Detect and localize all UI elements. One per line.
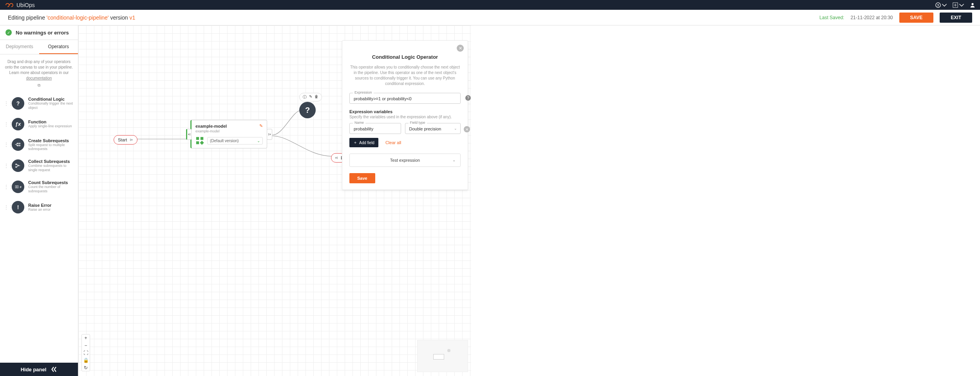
status-text: No warnings or errors <box>16 30 69 36</box>
expression-label: Expression <box>353 90 374 94</box>
operator-text: Create Subrequests Split request to mult… <box>28 138 74 152</box>
chevron-down-icon: ⌄ <box>257 139 260 143</box>
conditional-node[interactable]: ? <box>299 102 316 118</box>
drag-handle-icon[interactable]: ⋮⋮ <box>4 204 8 210</box>
drag-handle-icon[interactable]: ⋮⋮ <box>4 142 8 147</box>
plus-icon: ＋ <box>353 140 357 145</box>
svg-rect-10 <box>200 141 204 145</box>
help-menu[interactable]: ? <box>935 2 947 8</box>
plus-icon <box>953 2 958 8</box>
operator-conditional-logic[interactable]: ⋮⋮ ? Conditional Logic Conditionally tri… <box>3 94 75 112</box>
drag-handle-icon[interactable]: ⋮⋮ <box>4 163 8 168</box>
var-type-value: Double precision <box>409 127 456 131</box>
edit-icon[interactable]: ✎ <box>259 123 263 128</box>
version-select-value: (Default version) <box>210 139 239 143</box>
operator-title: Raise Error <box>28 203 74 208</box>
drag-handle-icon[interactable]: ⋮⋮ <box>4 101 8 106</box>
sidebar-tabs: Deployments Operators <box>0 40 78 54</box>
output-port[interactable] <box>267 129 272 140</box>
model-node[interactable]: example-model ✎ example-model (Default v… <box>190 120 267 148</box>
sidebar: ✓ No warnings or errors Deployments Oper… <box>0 25 78 376</box>
tab-deployments[interactable]: Deployments <box>0 40 39 54</box>
var-name-value: probability <box>354 127 397 131</box>
start-node[interactable]: Start <box>114 135 137 145</box>
last-saved-label: Last Saved: <box>819 15 844 20</box>
add-field-button[interactable]: ＋ Add field <box>349 138 378 147</box>
delete-icon[interactable]: 🗑 <box>315 94 318 100</box>
add-field-label: Add field <box>359 141 374 145</box>
svg-rect-5 <box>17 186 18 188</box>
fit-view-button[interactable]: ⛶ <box>82 349 90 356</box>
operator-function[interactable]: ⋮⋮ ƒx Function Apply single-line express… <box>3 116 75 133</box>
help-icon[interactable]: ? <box>465 95 471 101</box>
minimap[interactable] <box>417 340 468 372</box>
canvas[interactable]: Start example-model ✎ example-model (Def… <box>78 25 471 376</box>
top-nav: UbiOps ? <box>0 0 980 10</box>
split-icon <box>12 138 24 151</box>
save-button[interactable]: SAVE <box>899 13 934 23</box>
operator-collect-subrequests[interactable]: ⋮⋮ Collect Subrequests Combine subreques… <box>3 157 75 175</box>
minimap-node <box>447 349 450 352</box>
operator-desc: Apply single-line expression <box>28 124 74 128</box>
chevron-down-icon <box>942 2 947 8</box>
version-select[interactable]: (Default version) ⌄ <box>207 137 263 145</box>
var-type-field[interactable]: Field type Double precision ⌄ <box>405 123 461 134</box>
user-menu[interactable] <box>970 2 975 8</box>
chevron-down-icon <box>959 2 964 8</box>
external-link-icon: ⧉ <box>4 83 74 88</box>
fx-icon: ƒx <box>12 118 24 130</box>
user-icon <box>970 2 975 8</box>
zoom-in-button[interactable]: + <box>82 334 90 341</box>
chevron-down-icon: ⌄ <box>454 127 457 130</box>
test-expression-label: Test expression <box>390 158 420 163</box>
close-icon[interactable]: ✕ <box>457 45 464 52</box>
operator-desc: Conditionally trigger the next object <box>28 101 74 110</box>
drag-handle-icon[interactable]: ⋮⋮ <box>4 184 8 190</box>
lock-button[interactable]: 🔒 <box>82 357 90 363</box>
operator-title: Count Subrequests <box>28 180 74 185</box>
input-port-icon <box>335 156 338 160</box>
operator-title: Function <box>28 119 74 124</box>
operator-desc: Raise an error <box>28 208 74 212</box>
pipeline-title: Editing pipeline 'conditional-logic-pipe… <box>8 14 135 21</box>
zoom-out-button[interactable]: − <box>82 342 90 349</box>
panel-title: Conditional Logic Operator <box>349 54 461 60</box>
reset-button[interactable]: ↻ <box>82 364 90 371</box>
operator-desc: Split request to multiple subrequests <box>28 143 74 152</box>
variable-row: Name probability Field type Double preci… <box>349 123 461 134</box>
add-menu[interactable] <box>953 2 964 8</box>
operator-raise-error[interactable]: ⋮⋮ ! Raise Error Raise an error <box>3 199 75 216</box>
drag-handle-icon[interactable]: ⋮⋮ <box>4 121 8 127</box>
remove-variable-icon[interactable]: ✕ <box>464 126 470 132</box>
input-port[interactable] <box>186 129 192 140</box>
collect-icon <box>12 159 24 172</box>
chevron-down-icon: ⌄ <box>452 158 456 162</box>
svg-rect-4 <box>15 186 16 188</box>
info-icon[interactable]: ⓘ <box>303 94 307 100</box>
documentation-link[interactable]: documentation <box>26 76 52 80</box>
edit-icon[interactable]: ✎ <box>309 94 312 100</box>
header-bar: Editing pipeline 'conditional-logic-pipe… <box>0 10 980 25</box>
var-name-field[interactable]: Name probability <box>349 123 401 134</box>
test-expression-button[interactable]: Test expression ⌄ <box>349 154 461 167</box>
operator-desc: Combine subrequests to single request <box>28 164 74 172</box>
operator-title: Conditional Logic <box>28 97 74 101</box>
panel-actions: ＋ Add field Clear all <box>349 138 461 147</box>
brand-logo[interactable]: UbiOps <box>5 2 35 8</box>
header-actions: Last Saved: 21-11-2022 at 20:30 SAVE EXI… <box>819 13 972 23</box>
clear-all-button[interactable]: Clear all <box>385 140 401 145</box>
var-name-label: Name <box>353 121 365 125</box>
hide-panel-button[interactable]: Hide panel <box>0 363 78 376</box>
operator-count-subrequests[interactable]: ⋮⋮ # Count Subrequests Count the number … <box>3 178 75 196</box>
pipeline-name: 'conditional-logic-pipeline' <box>47 14 109 21</box>
panel-save-button[interactable]: Save <box>349 173 375 183</box>
exit-button[interactable]: EXIT <box>940 13 972 23</box>
expression-field[interactable]: Expression probability>=1 or probability… <box>349 93 461 104</box>
operator-text: Count Subrequests Count the number of su… <box>28 180 74 193</box>
exclaim-icon: ! <box>12 201 24 213</box>
zoom-controls: + − ⛶ 🔒 ↻ <box>81 334 90 371</box>
operator-config-panel: ✕ Conditional Logic Operator This operat… <box>342 40 468 190</box>
tab-operators[interactable]: Operators <box>39 40 78 54</box>
start-label: Start <box>118 137 127 142</box>
operator-create-subrequests[interactable]: ⋮⋮ Create Subrequests Split request to m… <box>3 136 75 154</box>
